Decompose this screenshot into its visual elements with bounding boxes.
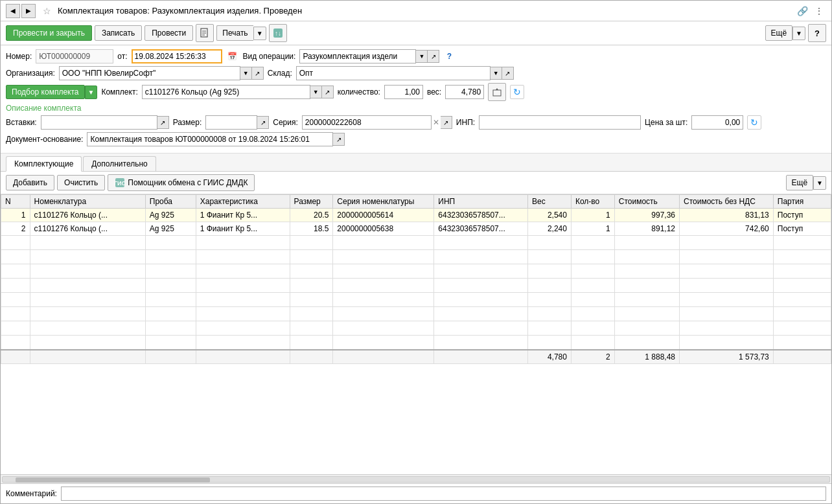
helper-icon: ГИС	[115, 178, 125, 188]
warehouse-open-button[interactable]: ↗	[502, 67, 514, 80]
qty-input[interactable]	[384, 85, 423, 99]
weight-icon-button[interactable]	[488, 83, 506, 101]
doc-label: Документ-основание:	[6, 135, 83, 144]
org-combo: ▼ ↗	[59, 66, 264, 80]
warehouse-input[interactable]	[296, 66, 491, 80]
nav-buttons: ◀ ▶	[6, 4, 36, 18]
print-arrow-button[interactable]: ▼	[253, 27, 266, 40]
col-size: Размер	[290, 195, 333, 209]
doc-input[interactable]	[87, 132, 333, 146]
operation-open-button[interactable]: ↗	[428, 50, 439, 63]
horizontal-scrollbar[interactable]	[1, 474, 831, 483]
doc-icon-button[interactable]	[196, 24, 214, 42]
row-number: Номер: document.currentScript.previousEl…	[6, 49, 826, 63]
help-button[interactable]: ?	[808, 24, 826, 42]
clear-button[interactable]: Очистить	[57, 175, 105, 190]
org-input[interactable]	[59, 66, 240, 80]
doc-combo: ↗	[87, 132, 345, 146]
warehouse-label: Склад:	[268, 69, 292, 78]
table-container[interactable]: N Номенклатура Проба Характеристика Разм…	[1, 194, 831, 474]
svg-marker-7	[496, 88, 498, 90]
number-label: Номер:	[6, 52, 32, 61]
operation-combo: ▼ ↗	[299, 49, 439, 63]
favorite-button[interactable]: ☆	[40, 4, 54, 18]
more-main-button[interactable]: Ещё	[765, 25, 793, 41]
forward-button[interactable]: ▶	[21, 4, 36, 18]
table-row-empty	[1, 264, 831, 279]
series-input[interactable]	[302, 115, 432, 130]
series-clear-button[interactable]: ✕	[432, 118, 441, 127]
number-input[interactable]	[36, 49, 113, 63]
table-footer-row: 4,78021 888,481 573,73	[1, 350, 831, 364]
row-description: Описание комплекта	[6, 104, 826, 113]
operation-help-button[interactable]: ?	[443, 51, 455, 62]
comment-label: Комментарий:	[6, 489, 57, 498]
col-cost: Стоимость	[614, 195, 679, 209]
price-refresh-button[interactable]: ↻	[747, 115, 761, 130]
helper-button[interactable]: ГИС Помощник обмена с ГИИС ДМДК	[108, 174, 255, 191]
inserts-open-button[interactable]: ↗	[157, 116, 169, 129]
add-button[interactable]: Добавить	[6, 175, 54, 190]
inserts-input[interactable]	[41, 115, 157, 130]
org-dropdown-button[interactable]: ▼	[240, 67, 252, 80]
table-row-empty	[1, 321, 831, 336]
price-input[interactable]	[691, 115, 743, 130]
calendar-button[interactable]: 📅	[226, 50, 239, 63]
window-title: Комплектация товаров: Разукомплектация и…	[58, 6, 791, 16]
operation-dropdown-button[interactable]: ▼	[416, 50, 428, 63]
save-button[interactable]: Записать	[95, 25, 142, 41]
scrollbar-thumb[interactable]	[16, 477, 210, 483]
select-set-main-button[interactable]: Подбор комплекта	[6, 85, 85, 99]
toolbar: Провести и закрыть Записать Провести Печ…	[1, 21, 831, 45]
inpn-input[interactable]	[479, 115, 641, 130]
scrollbar-track[interactable]	[2, 476, 830, 483]
description-link[interactable]: Описание комплекта	[6, 104, 81, 113]
tab-components[interactable]: Комплектующие	[6, 156, 82, 172]
warehouse-combo: ▼ ↗	[296, 66, 514, 80]
post-close-button[interactable]: Провести и закрыть	[6, 25, 92, 41]
table-row[interactable]: 2с1101276 Кольцо (...Ag 9251 Фианит Кр 5…	[1, 222, 831, 236]
table-row-empty	[1, 236, 831, 250]
operation-input[interactable]	[299, 49, 416, 63]
scale-icon	[492, 87, 502, 97]
inpn-label: ИНП:	[456, 118, 475, 127]
row-inserts: Вставки: ↗ Размер: ↗ Серия: ✕ ↗ ИНП: Цен…	[6, 115, 826, 130]
size-input[interactable]	[205, 115, 257, 130]
table-more-arrow[interactable]: ▼	[813, 176, 826, 190]
warehouse-dropdown-button[interactable]: ▼	[491, 67, 502, 80]
tab-additional[interactable]: Дополнительно	[83, 156, 156, 171]
print-main-button[interactable]: Печать	[216, 25, 253, 41]
col-qty: Кол-во	[571, 195, 614, 209]
set-input[interactable]	[142, 85, 310, 99]
set-open-button[interactable]: ↗	[322, 86, 334, 98]
table-row-empty	[1, 293, 831, 307]
table-row[interactable]: 1с1101276 Кольцо (...Ag 9251 Фианит Кр 5…	[1, 209, 831, 222]
org-open-button[interactable]: ↗	[252, 67, 264, 80]
extra-icon-button[interactable]: ↑↓	[269, 24, 287, 42]
table-more-button[interactable]: Ещё	[786, 175, 814, 190]
select-set-split-button: Подбор комплекта ▼	[6, 85, 97, 99]
size-open-button[interactable]: ↗	[257, 116, 269, 129]
price-label: Цена за шт:	[645, 118, 688, 127]
series-open-button[interactable]: ↗	[441, 116, 452, 129]
more-arrow-button[interactable]: ▼	[792, 27, 805, 40]
series-combo: ✕ ↗	[302, 115, 452, 130]
title-icon-area: 🔗 ⋮	[795, 4, 826, 18]
post-button[interactable]: Провести	[144, 25, 193, 41]
svg-text:↑↓: ↑↓	[275, 30, 281, 37]
doc-open-button[interactable]: ↗	[333, 133, 345, 146]
menu-icon[interactable]: ⋮	[812, 4, 826, 18]
weight-label: вес:	[427, 87, 441, 97]
date-input[interactable]	[132, 49, 222, 63]
refresh-button[interactable]: ↻	[510, 85, 524, 99]
table-row-empty	[1, 250, 831, 264]
weight-input[interactable]	[445, 85, 484, 99]
link-icon[interactable]: 🔗	[795, 4, 809, 18]
select-set-arrow-button[interactable]: ▼	[85, 86, 98, 99]
back-button[interactable]: ◀	[6, 4, 20, 18]
row-org: Организация: ▼ ↗ Склад: ▼ ↗	[6, 66, 826, 80]
table-more-split: Ещё ▼	[786, 175, 826, 190]
set-dropdown-button[interactable]: ▼	[310, 86, 322, 98]
doc-icon	[200, 28, 210, 38]
comment-input[interactable]	[61, 487, 826, 501]
